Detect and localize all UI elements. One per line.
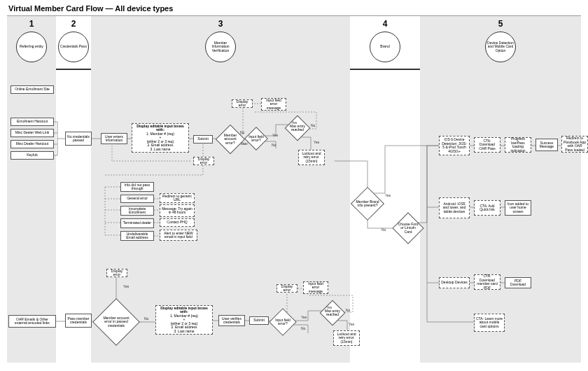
label-no6: No [382,227,386,232]
node-b_sub: Submit [193,135,213,144]
node-dev_pdf: PDF Download [505,277,531,288]
label-y1: Yes [291,120,297,125]
node-b_oar: OAR Emails & Other external encoded link… [8,315,56,328]
node-b_derr3: Display error [106,269,127,277]
decision-d_ife2: Input field error? [273,312,293,332]
lane-4: 4Brand [350,16,420,71]
node-b_sub2: Submit [249,316,269,325]
lane-3: 3Member Information Verification [91,16,350,71]
node-dev_learn: CTA: Learn more about mobile card option… [474,314,505,332]
label-y2: Yes [314,140,319,144]
label-y4: Yes [241,141,246,146]
node-b_oes: Online Enrollment Site [10,85,54,94]
node-b_iem: Input field error message [261,98,286,111]
node-b_uei: User enters information [101,133,127,144]
node-e_termr: Contact PHQ [160,218,195,227]
node-b_mdh: Misc Dealer Handout [10,140,54,148]
node-dev_ddl: CTA: Download member card PDF [474,274,500,290]
node-b_kf: Keyfob [10,151,54,160]
label-n4: No [240,130,244,134]
label-y9: Yes [301,315,307,319]
node-e_info: Info did not pass through [120,182,154,192]
node-dev_ios: iOS 6 Device Detection: 3GS-5 & iPod Tou… [439,136,470,155]
label-n1: No [311,123,315,127]
node-e_incr: Message: Try again in 48 hours [160,204,195,217]
decision-d_cflc: Choose Ford or Lincoln Card [397,217,419,239]
lane-1: 1Referring entity [7,16,56,71]
node-dev_ihs: Icon added to user home screen [505,200,531,216]
node-b_ncp: No credentials passed [65,132,92,146]
node-dev_sm: Success Message [536,139,558,151]
swimlanes: 1Referring entity2Credentials Pass3Membe… [7,15,581,70]
node-dev_and: Android. iOS5 and lower, and tablet devi… [439,197,470,218]
label-no5: No [144,316,148,321]
label-y6: Yes [385,193,391,197]
lane-5: 5Device Detection and Mobile Card Option [420,16,581,71]
node-e_undr: Alert to enter NEW email in input field [160,230,197,241]
node-b_derr1: Display error [232,99,253,108]
node-b_disp: Display editable input boxes with:1. Mem… [132,123,189,153]
node-dev_rd: Redirect to Passbook App with OAR Pass l… [561,136,588,153]
flow-canvas: Online Enrollment SiteEnrollment Handout… [7,70,581,363]
node-e_inc: Incomplete Enrollment [120,206,154,216]
node-e_genr: Redirect to generic URL [160,193,195,203]
node-dev_aql: CTA: Add Quick link [474,200,500,216]
node-e_und: Undeliverable Email address [120,231,154,241]
node-b_lck2: Lockout and retry error. (15min) [333,330,360,346]
node-b_uver: User verifies credentials [218,315,245,326]
label-y7: Yes [326,305,332,309]
page-title: Virtual Member Card Flow — All device ty… [8,4,173,13]
node-b_derr4: Display error [276,284,298,293]
node-b_mdwl: Misc Dealer Web Link [10,129,54,137]
decision-d_maep: Member account error in passed credentia… [99,305,133,339]
node-b_disp2: Display editable input boxes with:1. Mem… [155,305,213,335]
node-b_derr2: Display error [193,157,214,165]
label-n9: No [301,326,305,330]
label-n3: No [272,143,276,147]
node-e_gen: General error [120,195,154,203]
node-e_term: Terminated dealer [120,218,154,228]
node-b_pmc: Pass member credentials [65,314,92,328]
decision-d_mae: Member account error? [220,129,241,150]
label-y8: Yes [349,322,354,326]
lane-2: 2Credentials Pass [56,16,91,71]
label-n7: No [346,308,350,312]
node-dev_pb: Progress bar/Pass loading indication [505,137,531,153]
node-b_iem2: Input field error message [303,281,328,294]
node-dev_dd: Desktop Devices [439,277,470,288]
node-b_eh: Enrollment Handout [10,118,54,126]
decision-d_mbip: Member Brand info present? [356,192,379,216]
node-b_lck: Lockout and retry error. (15min) [298,150,325,165]
node-dev_dl: CTA: Download OAR Pass [474,137,500,153]
label-y3: Yes [272,133,278,137]
label-y5: Yes [123,284,129,288]
decision-d_ife: Input field error? [248,130,265,147]
